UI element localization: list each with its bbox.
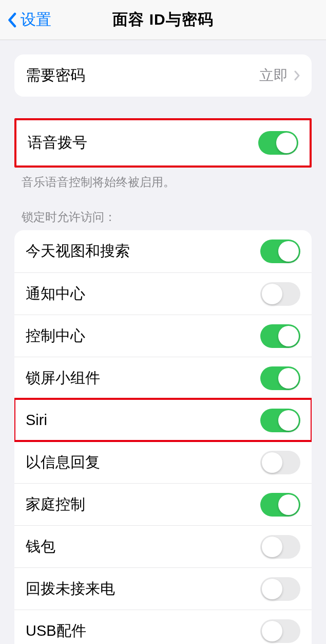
require-passcode-value: 立即 bbox=[259, 66, 288, 85]
content: 需要密码 立即 语音拨号 音乐语音控制将始终被启用。 锁定时允许访问： 今天视图… bbox=[0, 54, 326, 644]
row-wallet: 钱包 bbox=[14, 525, 312, 567]
page-title: 面容 ID与密码 bbox=[112, 9, 213, 30]
row-lockscreen-widgets: 锁屏小组件 bbox=[14, 357, 312, 399]
lockscreen-widgets-label: 锁屏小组件 bbox=[26, 368, 100, 389]
wallet-label: 钱包 bbox=[26, 537, 55, 557]
control-center-toggle[interactable] bbox=[260, 324, 300, 348]
voice-dial-footer: 音乐语音控制将始终被启用。 bbox=[22, 174, 304, 191]
section-voice-dial: 语音拨号 bbox=[14, 118, 312, 168]
voice-dial-toggle[interactable] bbox=[258, 131, 298, 155]
usb-label: USB配件 bbox=[26, 621, 86, 641]
back-label: 设置 bbox=[21, 9, 51, 30]
voice-dial-label: 语音拨号 bbox=[28, 133, 87, 153]
home-control-label: 家庭控制 bbox=[26, 494, 85, 515]
section-passcode: 需要密码 立即 bbox=[14, 54, 312, 97]
notification-center-toggle[interactable] bbox=[260, 282, 300, 306]
today-view-label: 今天视图和搜索 bbox=[26, 241, 130, 262]
navbar: 设置 面容 ID与密码 bbox=[0, 0, 326, 40]
today-view-toggle[interactable] bbox=[260, 240, 300, 263]
callback-missed-toggle[interactable] bbox=[260, 577, 300, 601]
section-lock-access: 今天视图和搜索 通知中心 控制中心 锁屏小组件 Siri 以信息回复 家庭控制 bbox=[14, 230, 312, 644]
chevron-left-icon bbox=[7, 12, 16, 28]
reply-message-label: 以信息回复 bbox=[26, 452, 100, 473]
detail-wrap: 立即 bbox=[259, 66, 300, 85]
row-callback-missed: 回拨未接来电 bbox=[14, 567, 312, 610]
siri-label: Siri bbox=[26, 412, 47, 429]
lockscreen-widgets-toggle[interactable] bbox=[260, 366, 300, 390]
row-notification-center: 通知中心 bbox=[14, 272, 312, 315]
home-control-toggle[interactable] bbox=[260, 493, 300, 517]
callback-missed-label: 回拨未接来电 bbox=[26, 579, 115, 599]
lock-access-header: 锁定时允许访问： bbox=[22, 209, 304, 225]
reply-message-toggle[interactable] bbox=[260, 451, 300, 474]
row-home-control: 家庭控制 bbox=[14, 483, 312, 525]
control-center-label: 控制中心 bbox=[26, 326, 85, 346]
back-button[interactable]: 设置 bbox=[7, 9, 51, 30]
row-reply-message: 以信息回复 bbox=[14, 441, 312, 483]
usb-toggle[interactable] bbox=[260, 619, 300, 643]
row-control-center: 控制中心 bbox=[14, 315, 312, 357]
row-usb: USB配件 bbox=[14, 610, 312, 644]
siri-toggle[interactable] bbox=[260, 409, 300, 432]
wallet-toggle[interactable] bbox=[260, 535, 300, 559]
chevron-right-icon bbox=[294, 70, 300, 81]
notification-center-label: 通知中心 bbox=[26, 284, 85, 304]
row-siri: Siri bbox=[14, 399, 312, 441]
row-require-passcode[interactable]: 需要密码 立即 bbox=[14, 54, 312, 97]
row-today-view: 今天视图和搜索 bbox=[14, 230, 312, 272]
require-passcode-label: 需要密码 bbox=[26, 65, 85, 86]
